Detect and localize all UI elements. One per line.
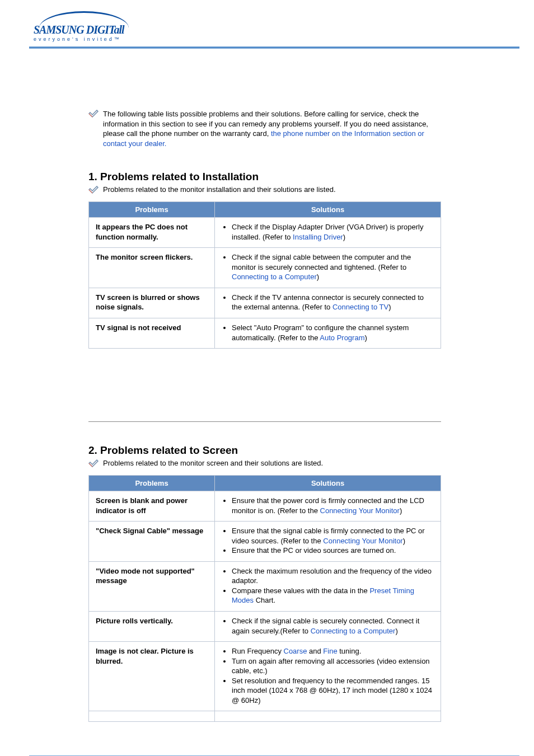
col-solutions: Solutions (215, 202, 441, 218)
solution-text-post: ) (343, 233, 345, 241)
table-row: Screen is blank and power indicator is o… (89, 491, 441, 522)
solution-text-post: ) (364, 334, 367, 342)
problem-cell: The monitor screen flickers. (89, 248, 215, 288)
section2-table: Problems Solutions Screen is blank and p… (88, 475, 441, 722)
solution-cell: Select "Auto Program" to configure the c… (215, 318, 441, 349)
solution-cell: Ensure that the signal cable is firmly c… (215, 522, 441, 562)
intro-block: The following table lists possible probl… (88, 109, 441, 148)
connecting-monitor-link[interactable]: Connecting Your Monitor (320, 506, 400, 515)
section1-heading: 1. Problems related to Installation (88, 171, 441, 183)
section2-heading: 2. Problems related to Screen (88, 444, 441, 457)
solution-cell: Check if the signal cable is securely co… (215, 612, 441, 642)
solution-text: Check the maximum resolution and the fre… (232, 567, 432, 585)
solution-text-post: tuning. (338, 647, 362, 655)
solution-item: Check if the signal cable between the co… (232, 252, 434, 282)
solution-cell: Check if the Display Adapter Driver (VGA… (215, 218, 441, 248)
problem-cell: Screen is blank and power indicator is o… (89, 491, 215, 522)
check-icon (88, 459, 100, 468)
solution-text-post: Chart. (254, 596, 275, 604)
problem-cell: "Video mode not supported" message (89, 561, 215, 611)
solution-text: Turn on again after removing all accesso… (232, 657, 430, 675)
solution-text-post: ) (395, 627, 397, 635)
solution-item: Check if the Display Adapter Driver (VGA… (232, 222, 434, 242)
intro-text: The following table lists possible probl… (103, 109, 441, 148)
connecting-tv-link[interactable]: Connecting to TV (332, 303, 388, 311)
solution-cell (215, 711, 441, 722)
main-content: The following table lists possible probl… (88, 109, 441, 722)
solution-item: Select "Auto Program" to configure the c… (232, 323, 434, 342)
table-row: TV signal is not received Select "Auto P… (89, 318, 441, 349)
solution-text-post: ) (400, 506, 402, 515)
solution-cell: Run Frequency Coarse and Fine tuning. Tu… (215, 642, 441, 711)
solution-item: Run Frequency Coarse and Fine tuning. (232, 646, 434, 656)
problem-cell: TV signal is not received (89, 318, 215, 349)
table-row: TV screen is blurred or shows noise sign… (89, 288, 441, 318)
solution-text: Set resolution and frequency to the reco… (232, 677, 432, 705)
solution-item: Ensure that the power cord is firmly con… (232, 496, 434, 515)
table-row: Picture rolls vertically. Check if the s… (89, 612, 441, 642)
problem-cell: It appears the PC does not function norm… (89, 218, 215, 248)
solution-cell: Check if the TV antenna connector is sec… (215, 288, 441, 318)
connecting-computer-link[interactable]: Connecting to a Computer (232, 273, 317, 281)
problem-cell: Image is not clear. Picture is blurred. (89, 642, 215, 711)
section1-sub: Problems related to the monitor installa… (88, 185, 441, 195)
connecting-monitor-link[interactable]: Connecting Your Monitor (323, 537, 402, 545)
table-row: It appears the PC does not function norm… (89, 218, 441, 248)
solution-text: Ensure that the PC or video sources are … (232, 546, 396, 555)
check-icon (88, 110, 100, 119)
solution-cell: Check the maximum resolution and the fre… (215, 561, 441, 611)
col-problems: Problems (89, 202, 215, 218)
solution-item: Ensure that the PC or video sources are … (232, 546, 434, 556)
table-row: Image is not clear. Picture is blurred. … (89, 642, 441, 711)
solution-text: Compare these values with the data in th… (232, 586, 369, 595)
solution-cell: Check if the signal cable between the co… (215, 248, 441, 288)
brand-tagline: everyone's invited™ (34, 36, 121, 42)
problem-cell (89, 711, 215, 722)
solution-item: Check if the signal cable is securely co… (232, 616, 434, 636)
problem-cell: "Check Signal Cable" message (89, 522, 215, 562)
col-solutions: Solutions (215, 476, 441, 491)
solution-text: Check if the TV antenna connector is sec… (232, 293, 424, 312)
solution-text: Run Frequency (232, 647, 284, 655)
section-divider (88, 421, 441, 422)
connecting-computer-link[interactable]: Connecting to a Computer (311, 627, 396, 635)
fine-link[interactable]: Fine (323, 647, 337, 655)
solution-text: Check if the signal cable between the co… (232, 253, 411, 271)
solution-text-post: ) (317, 273, 319, 281)
installing-driver-link[interactable]: Installing Driver (293, 233, 343, 241)
solution-cell: Ensure that the power cord is firmly con… (215, 491, 441, 522)
nav-band (29, 49, 519, 84)
problem-cell: Picture rolls vertically. (89, 612, 215, 642)
coarse-link[interactable]: Coarse (284, 647, 307, 655)
solution-item: Compare these values with the data in th… (232, 586, 434, 605)
solution-item: Ensure that the signal cable is firmly c… (232, 526, 434, 546)
brand-main: SAMSUNG DIGIT (34, 24, 114, 36)
table-row: "Check Signal Cable" message Ensure that… (89, 522, 441, 562)
brand-main-italic: all (114, 24, 124, 36)
nav-band-left (29, 49, 270, 84)
brand-name: SAMSUNG DIGITall (34, 24, 124, 36)
brand-logo: SAMSUNG DIGITall everyone's invited™ (34, 11, 140, 42)
nav-band-right (270, 49, 519, 84)
solution-text-post: ) (388, 303, 391, 311)
table-row: The monitor screen flickers. Check if th… (89, 248, 441, 288)
col-problems: Problems (89, 476, 215, 491)
auto-program-link[interactable]: Auto Program (320, 334, 364, 342)
solution-item: Check if the TV antenna connector is sec… (232, 293, 434, 312)
problem-cell: TV screen is blurred or shows noise sign… (89, 288, 215, 318)
check-icon (88, 186, 100, 195)
header-logo-area: SAMSUNG DIGITall everyone's invited™ (0, 0, 534, 46)
solution-item: Set resolution and frequency to the reco… (232, 676, 434, 706)
solution-text-post: ) (403, 537, 405, 545)
section1-table: Problems Solutions It appears the PC doe… (88, 201, 441, 349)
section2-sub-text: Problems related to the monitor screen a… (103, 459, 323, 467)
table-row: "Video mode not supported" message Check… (89, 561, 441, 611)
section2-sub: Problems related to the monitor screen a… (88, 459, 441, 468)
section1-sub-text: Problems related to the monitor installa… (103, 185, 336, 194)
solution-item: Turn on again after removing all accesso… (232, 656, 434, 676)
solution-item: Check the maximum resolution and the fre… (232, 566, 434, 586)
table-row (89, 711, 441, 722)
solution-text-mid: and (307, 647, 323, 655)
